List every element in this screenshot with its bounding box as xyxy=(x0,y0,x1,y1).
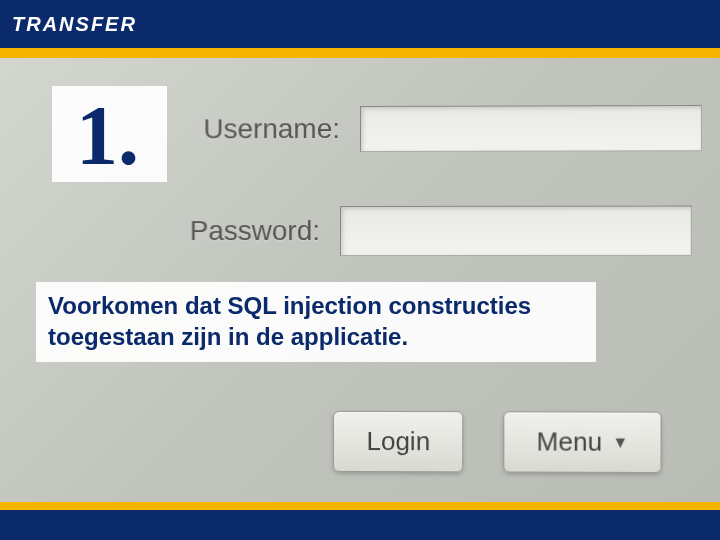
username-row: Username: xyxy=(161,105,702,152)
header-accent-stripe xyxy=(0,48,720,58)
login-button: Login xyxy=(334,411,464,472)
slide-header: TRANSFER xyxy=(0,0,720,48)
footer-accent-stripe xyxy=(0,502,720,510)
slide-caption-box: Voorkomen dat SQL injection constructies… xyxy=(36,282,596,362)
chevron-down-icon: ▼ xyxy=(612,433,628,451)
menu-button: Menu ▼ xyxy=(503,411,661,473)
username-label: Username: xyxy=(161,113,340,145)
password-row: Password: xyxy=(141,206,692,257)
password-label: Password: xyxy=(141,215,320,247)
presentation-slide: Username: Password: Login Menu ▼ TRANSFE… xyxy=(0,0,720,540)
slide-footer xyxy=(0,510,720,540)
username-input xyxy=(360,105,702,152)
password-input xyxy=(340,206,692,256)
slide-number: 1. xyxy=(76,94,139,178)
slide-caption: Voorkomen dat SQL injection constructies… xyxy=(48,290,580,352)
slide-number-box: 1. xyxy=(52,86,167,182)
button-row: Login Menu ▼ xyxy=(334,411,662,473)
transfer-logo: TRANSFER xyxy=(12,13,137,36)
menu-button-label: Menu xyxy=(537,426,603,457)
login-button-label: Login xyxy=(366,426,430,457)
